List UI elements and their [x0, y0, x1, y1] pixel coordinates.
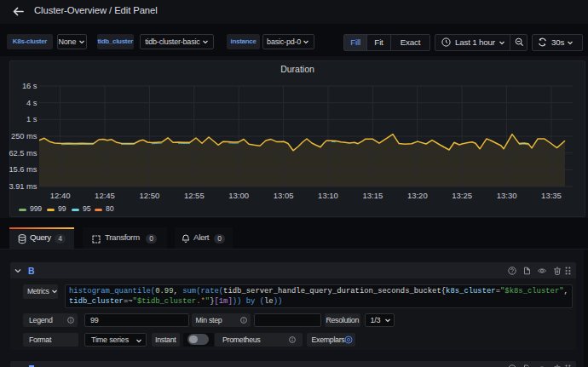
- svg-text:12:50: 12:50: [140, 191, 160, 200]
- svg-text:13:05: 13:05: [274, 191, 294, 200]
- svg-text:3.91 ms: 3.91 ms: [9, 182, 37, 191]
- svg-text:13:35: 13:35: [541, 191, 562, 200]
- svg-text:13:25: 13:25: [452, 191, 472, 200]
- svg-text:250 ms: 250 ms: [11, 132, 37, 140]
- svg-text:15.6 ms: 15.6 ms: [9, 165, 37, 174]
- svg-text:13:00: 13:00: [228, 191, 249, 200]
- svg-text:4 s: 4 s: [26, 99, 37, 107]
- svg-text:13:30: 13:30: [497, 191, 517, 200]
- svg-text:13:15: 13:15: [363, 191, 383, 200]
- svg-text:12:45: 12:45: [95, 191, 115, 200]
- svg-text:16 s: 16 s: [22, 82, 37, 90]
- svg-text:12:55: 12:55: [184, 191, 205, 200]
- svg-text:1 s: 1 s: [26, 115, 37, 123]
- svg-text:13:20: 13:20: [407, 191, 428, 200]
- svg-text:62.5 ms: 62.5 ms: [9, 149, 37, 158]
- svg-text:13:10: 13:10: [318, 191, 338, 200]
- svg-text:12:40: 12:40: [50, 191, 71, 200]
